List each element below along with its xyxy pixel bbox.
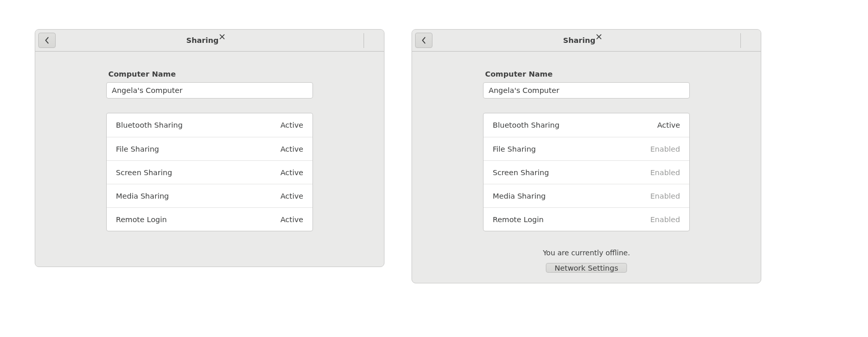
separator	[740, 33, 741, 48]
row-status: Active	[280, 192, 303, 200]
sharing-row-bluetooth[interactable]: Bluetooth Sharing Active	[107, 113, 312, 137]
close-button[interactable]	[595, 33, 610, 47]
row-status: Active	[280, 145, 303, 153]
row-label: Media Sharing	[493, 192, 546, 200]
row-status: Active	[280, 215, 303, 224]
row-status: Enabled	[650, 192, 680, 200]
headerbar: Sharing	[412, 30, 761, 52]
close-button[interactable]	[219, 33, 233, 47]
computer-name-input[interactable]	[483, 82, 690, 99]
offline-message: You are currently offline.	[543, 249, 630, 257]
back-button[interactable]	[415, 33, 432, 48]
sharing-list: Bluetooth Sharing Active File Sharing En…	[483, 113, 690, 231]
sharing-list: Bluetooth Sharing Active File Sharing Ac…	[106, 113, 313, 231]
computer-name-label: Computer Name	[485, 70, 690, 78]
sharing-row-file[interactable]: File Sharing Enabled	[484, 137, 689, 160]
row-label: Media Sharing	[116, 192, 169, 200]
row-label: Screen Sharing	[116, 168, 172, 177]
row-label: Remote Login	[493, 215, 544, 224]
row-label: File Sharing	[116, 145, 159, 153]
row-status: Active	[280, 168, 303, 177]
sharing-row-screen[interactable]: Screen Sharing Active	[107, 160, 312, 184]
computer-name-input[interactable]	[106, 82, 313, 99]
row-label: Remote Login	[116, 215, 167, 224]
close-icon	[595, 34, 602, 42]
sharing-row-media[interactable]: Media Sharing Enabled	[484, 184, 689, 207]
row-label: File Sharing	[493, 145, 536, 153]
row-status: Active	[657, 121, 680, 129]
page-title: Sharing	[563, 36, 595, 44]
sharing-row-screen[interactable]: Screen Sharing Enabled	[484, 160, 689, 184]
row-label: Screen Sharing	[493, 168, 549, 177]
chevron-left-icon	[421, 37, 427, 44]
separator	[364, 33, 364, 48]
headerbar: Sharing	[35, 30, 384, 52]
sharing-row-bluetooth[interactable]: Bluetooth Sharing Active	[484, 113, 689, 137]
sharing-row-file[interactable]: File Sharing Active	[107, 137, 312, 160]
sharing-row-remote[interactable]: Remote Login Enabled	[484, 207, 689, 231]
row-status: Enabled	[650, 215, 680, 224]
row-status: Enabled	[650, 145, 680, 153]
sharing-row-remote[interactable]: Remote Login Active	[107, 207, 312, 231]
chevron-left-icon	[44, 37, 50, 44]
content-area: Computer Name Bluetooth Sharing Active F…	[412, 52, 761, 283]
row-status: Enabled	[650, 168, 680, 177]
sharing-window: Sharing Computer Name Bluetooth Sharing …	[35, 29, 384, 267]
row-label: Bluetooth Sharing	[493, 121, 560, 129]
close-icon	[219, 34, 226, 42]
row-status: Active	[280, 121, 303, 129]
computer-name-label: Computer Name	[108, 70, 313, 78]
sharing-row-media[interactable]: Media Sharing Active	[107, 184, 312, 207]
network-settings-button[interactable]: Network Settings	[546, 263, 627, 273]
row-label: Bluetooth Sharing	[116, 121, 183, 129]
network-settings-label: Network Settings	[554, 264, 618, 272]
page-title: Sharing	[186, 36, 219, 44]
sharing-window: Sharing Computer Name Bluetooth Sharing …	[412, 29, 761, 283]
content-area: Computer Name Bluetooth Sharing Active F…	[35, 52, 384, 267]
back-button[interactable]	[38, 33, 56, 48]
